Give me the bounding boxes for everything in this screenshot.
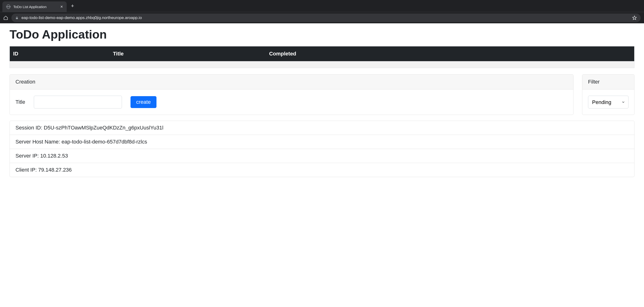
omnibox[interactable]: eap-todo-list-demo-eap-demo.apps.zhbq0ji… xyxy=(12,13,641,22)
url-text: eap-todo-list-demo-eap-demo.apps.zhbq0ji… xyxy=(22,15,629,20)
svg-marker-1 xyxy=(632,16,636,19)
info-client-ip: Client IP: 79.148.27.236 xyxy=(10,163,634,177)
info-list: Session ID: D5U-szPhTOawMSlpZueQdKDzZn_g… xyxy=(10,121,634,177)
tab-title: ToDo List Application xyxy=(13,5,58,9)
browser-chrome: ToDo List Application × + eap-todo-list-… xyxy=(0,0,644,23)
title-label: Title xyxy=(16,99,25,105)
col-id: ID xyxy=(10,46,110,61)
col-title: Title xyxy=(110,46,266,61)
filter-card: Filter Pending xyxy=(582,74,634,115)
info-host: Server Host Name: eap-todo-list-demo-657… xyxy=(10,135,634,149)
info-server-ip-label: Server IP: xyxy=(16,153,39,159)
close-icon[interactable]: × xyxy=(60,4,63,9)
info-client-ip-value: 79.148.27.236 xyxy=(38,167,72,173)
svg-rect-0 xyxy=(16,18,18,19)
table-header-row: ID Title Completed xyxy=(10,46,634,61)
info-client-ip-label: Client IP: xyxy=(16,167,37,173)
filter-select[interactable]: Pending xyxy=(588,96,628,108)
info-session: Session ID: D5U-szPhTOawMSlpZueQdKDzZn_g… xyxy=(10,121,634,135)
tab-bar: ToDo List Application × + xyxy=(0,0,644,12)
address-bar: eap-todo-list-demo-eap-demo.apps.zhbq0ji… xyxy=(0,12,644,23)
creation-header: Creation xyxy=(10,74,573,89)
info-server-ip-value: 10.128.2.53 xyxy=(40,153,68,159)
table-empty-row xyxy=(10,61,634,68)
create-button[interactable]: create xyxy=(130,96,156,108)
globe-icon xyxy=(6,4,10,9)
col-completed: Completed xyxy=(266,46,634,61)
info-host-value: eap-todo-list-demo-657d7dbf8d-rzlcs xyxy=(62,139,147,145)
title-input[interactable] xyxy=(34,96,122,108)
info-session-value: D5U-szPhTOawMSlpZueQdKDzZn_g6pxUuslYu31l xyxy=(44,125,164,131)
page-content: ToDo Application ID Title Completed Crea… xyxy=(0,28,644,187)
lock-icon xyxy=(15,16,18,19)
todo-table: ID Title Completed xyxy=(10,46,634,68)
new-tab-button[interactable]: + xyxy=(71,3,74,8)
home-icon[interactable] xyxy=(3,15,8,20)
bookmark-star-icon[interactable] xyxy=(632,15,637,20)
filter-header: Filter xyxy=(582,74,634,89)
browser-tab[interactable]: ToDo List Application × xyxy=(2,1,67,12)
creation-card: Creation Title create xyxy=(10,74,574,115)
info-session-label: Session ID: xyxy=(16,125,42,131)
page-title: ToDo Application xyxy=(10,28,634,41)
info-server-ip: Server IP: 10.128.2.53 xyxy=(10,149,634,163)
info-host-label: Server Host Name: xyxy=(16,139,60,145)
